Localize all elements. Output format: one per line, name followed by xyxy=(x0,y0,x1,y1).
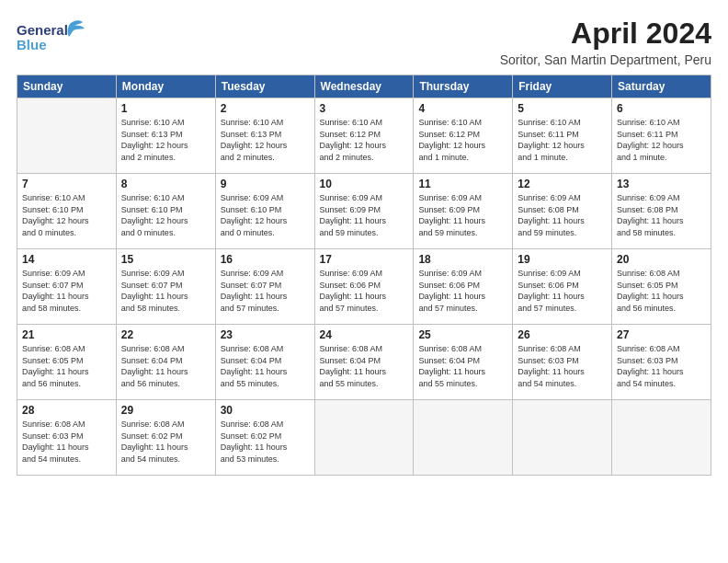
calendar-week-3: 14Sunrise: 6:09 AMSunset: 6:07 PMDayligh… xyxy=(17,249,711,325)
calendar-cell: 29Sunrise: 6:08 AMSunset: 6:02 PMDayligh… xyxy=(116,400,215,476)
day-number: 11 xyxy=(418,178,507,190)
day-number: 16 xyxy=(221,253,310,266)
day-info: Sunrise: 6:10 AMSunset: 6:11 PMDaylight:… xyxy=(617,117,706,163)
day-number: 26 xyxy=(518,328,607,341)
day-number: 20 xyxy=(617,253,706,266)
page-header: General Blue April 2024 Soritor, San Mar… xyxy=(17,17,711,67)
header-sunday: Sunday xyxy=(17,75,117,98)
calendar-cell: 13Sunrise: 6:09 AMSunset: 6:08 PMDayligh… xyxy=(612,174,711,249)
day-number: 21 xyxy=(22,328,111,341)
calendar-cell: 7Sunrise: 6:10 AMSunset: 6:10 PMDaylight… xyxy=(17,174,117,249)
calendar-cell: 30Sunrise: 6:08 AMSunset: 6:02 PMDayligh… xyxy=(215,400,314,476)
calendar-cell: 5Sunrise: 6:10 AMSunset: 6:11 PMDaylight… xyxy=(513,98,612,174)
day-info: Sunrise: 6:10 AMSunset: 6:13 PMDaylight:… xyxy=(121,117,210,163)
calendar-cell: 9Sunrise: 6:09 AMSunset: 6:10 PMDaylight… xyxy=(215,174,314,249)
calendar-cell: 26Sunrise: 6:08 AMSunset: 6:03 PMDayligh… xyxy=(513,325,612,400)
day-info: Sunrise: 6:09 AMSunset: 6:09 PMDaylight:… xyxy=(418,192,507,238)
day-number: 17 xyxy=(320,253,409,266)
calendar-cell: 8Sunrise: 6:10 AMSunset: 6:10 PMDaylight… xyxy=(116,174,215,249)
day-info: Sunrise: 6:09 AMSunset: 6:08 PMDaylight:… xyxy=(518,192,607,238)
main-title: April 2024 xyxy=(500,17,711,51)
header-thursday: Thursday xyxy=(414,75,513,98)
day-info: Sunrise: 6:09 AMSunset: 6:07 PMDaylight:… xyxy=(22,268,111,314)
calendar-cell: 3Sunrise: 6:10 AMSunset: 6:12 PMDaylight… xyxy=(314,98,414,174)
day-number: 7 xyxy=(22,178,111,190)
day-info: Sunrise: 6:09 AMSunset: 6:07 PMDaylight:… xyxy=(221,268,310,314)
day-info: Sunrise: 6:08 AMSunset: 6:03 PMDaylight:… xyxy=(22,419,111,465)
calendar-cell xyxy=(612,400,711,476)
day-number: 15 xyxy=(121,253,210,266)
calendar-cell: 16Sunrise: 6:09 AMSunset: 6:07 PMDayligh… xyxy=(215,249,314,325)
day-info: Sunrise: 6:10 AMSunset: 6:12 PMDaylight:… xyxy=(320,117,409,163)
day-info: Sunrise: 6:09 AMSunset: 6:10 PMDaylight:… xyxy=(221,192,310,238)
day-number: 8 xyxy=(121,178,210,190)
calendar-cell: 14Sunrise: 6:09 AMSunset: 6:07 PMDayligh… xyxy=(17,249,117,325)
day-number: 13 xyxy=(617,178,706,190)
calendar-cell: 11Sunrise: 6:09 AMSunset: 6:09 PMDayligh… xyxy=(414,174,513,249)
day-info: Sunrise: 6:10 AMSunset: 6:10 PMDaylight:… xyxy=(121,192,210,238)
day-info: Sunrise: 6:10 AMSunset: 6:10 PMDaylight:… xyxy=(22,192,111,238)
calendar-week-5: 28Sunrise: 6:08 AMSunset: 6:03 PMDayligh… xyxy=(17,400,711,476)
day-info: Sunrise: 6:08 AMSunset: 6:04 PMDaylight:… xyxy=(320,343,409,389)
calendar-cell: 15Sunrise: 6:09 AMSunset: 6:07 PMDayligh… xyxy=(116,249,215,325)
day-info: Sunrise: 6:08 AMSunset: 6:05 PMDaylight:… xyxy=(22,343,111,389)
calendar-cell xyxy=(17,98,117,174)
svg-text:Blue: Blue xyxy=(17,37,47,52)
day-number: 14 xyxy=(22,253,111,266)
calendar-cell: 19Sunrise: 6:09 AMSunset: 6:06 PMDayligh… xyxy=(513,249,612,325)
calendar-cell: 10Sunrise: 6:09 AMSunset: 6:09 PMDayligh… xyxy=(314,174,414,249)
day-info: Sunrise: 6:08 AMSunset: 6:04 PMDaylight:… xyxy=(418,343,507,389)
day-number: 4 xyxy=(418,102,507,115)
day-number: 24 xyxy=(320,328,409,341)
day-number: 28 xyxy=(22,404,111,417)
logo: General Blue xyxy=(17,17,85,61)
day-number: 2 xyxy=(221,102,310,115)
day-info: Sunrise: 6:10 AMSunset: 6:12 PMDaylight:… xyxy=(418,117,507,163)
header-friday: Friday xyxy=(513,75,612,98)
day-info: Sunrise: 6:08 AMSunset: 6:02 PMDaylight:… xyxy=(221,419,310,465)
day-info: Sunrise: 6:09 AMSunset: 6:08 PMDaylight:… xyxy=(617,192,706,238)
day-info: Sunrise: 6:08 AMSunset: 6:03 PMDaylight:… xyxy=(518,343,607,389)
day-info: Sunrise: 6:10 AMSunset: 6:11 PMDaylight:… xyxy=(518,117,607,163)
day-number: 27 xyxy=(617,328,706,341)
day-number: 9 xyxy=(221,178,310,190)
calendar-cell: 1Sunrise: 6:10 AMSunset: 6:13 PMDaylight… xyxy=(116,98,215,174)
day-info: Sunrise: 6:09 AMSunset: 6:06 PMDaylight:… xyxy=(320,268,409,314)
calendar-cell xyxy=(513,400,612,476)
day-info: Sunrise: 6:08 AMSunset: 6:04 PMDaylight:… xyxy=(121,343,210,389)
day-number: 19 xyxy=(518,253,607,266)
header-tuesday: Tuesday xyxy=(215,75,314,98)
calendar-cell: 23Sunrise: 6:08 AMSunset: 6:04 PMDayligh… xyxy=(215,325,314,400)
day-number: 10 xyxy=(320,178,409,190)
calendar-cell: 21Sunrise: 6:08 AMSunset: 6:05 PMDayligh… xyxy=(17,325,117,400)
day-info: Sunrise: 6:08 AMSunset: 6:05 PMDaylight:… xyxy=(617,268,706,314)
calendar: Sunday Monday Tuesday Wednesday Thursday… xyxy=(17,75,711,476)
calendar-cell: 27Sunrise: 6:08 AMSunset: 6:03 PMDayligh… xyxy=(612,325,711,400)
day-info: Sunrise: 6:08 AMSunset: 6:03 PMDaylight:… xyxy=(617,343,706,389)
day-number: 22 xyxy=(121,328,210,341)
calendar-cell xyxy=(414,400,513,476)
calendar-cell: 24Sunrise: 6:08 AMSunset: 6:04 PMDayligh… xyxy=(314,325,414,400)
calendar-cell: 12Sunrise: 6:09 AMSunset: 6:08 PMDayligh… xyxy=(513,174,612,249)
calendar-week-4: 21Sunrise: 6:08 AMSunset: 6:05 PMDayligh… xyxy=(17,325,711,400)
calendar-cell: 17Sunrise: 6:09 AMSunset: 6:06 PMDayligh… xyxy=(314,249,414,325)
day-info: Sunrise: 6:09 AMSunset: 6:09 PMDaylight:… xyxy=(320,192,409,238)
day-number: 5 xyxy=(518,102,607,115)
day-number: 23 xyxy=(221,328,310,341)
day-info: Sunrise: 6:10 AMSunset: 6:13 PMDaylight:… xyxy=(221,117,310,163)
calendar-cell: 28Sunrise: 6:08 AMSunset: 6:03 PMDayligh… xyxy=(17,400,117,476)
subtitle: Soritor, San Martin Department, Peru xyxy=(500,52,711,67)
day-number: 30 xyxy=(221,404,310,417)
header-wednesday: Wednesday xyxy=(314,75,414,98)
day-number: 12 xyxy=(518,178,607,190)
calendar-header-row: Sunday Monday Tuesday Wednesday Thursday… xyxy=(17,75,711,98)
day-info: Sunrise: 6:09 AMSunset: 6:06 PMDaylight:… xyxy=(418,268,507,314)
day-info: Sunrise: 6:08 AMSunset: 6:04 PMDaylight:… xyxy=(221,343,310,389)
calendar-cell: 2Sunrise: 6:10 AMSunset: 6:13 PMDaylight… xyxy=(215,98,314,174)
calendar-week-1: 1Sunrise: 6:10 AMSunset: 6:13 PMDaylight… xyxy=(17,98,711,174)
calendar-cell: 22Sunrise: 6:08 AMSunset: 6:04 PMDayligh… xyxy=(116,325,215,400)
day-number: 29 xyxy=(121,404,210,417)
calendar-cell: 6Sunrise: 6:10 AMSunset: 6:11 PMDaylight… xyxy=(612,98,711,174)
svg-text:General: General xyxy=(17,22,68,38)
day-number: 6 xyxy=(617,102,706,115)
